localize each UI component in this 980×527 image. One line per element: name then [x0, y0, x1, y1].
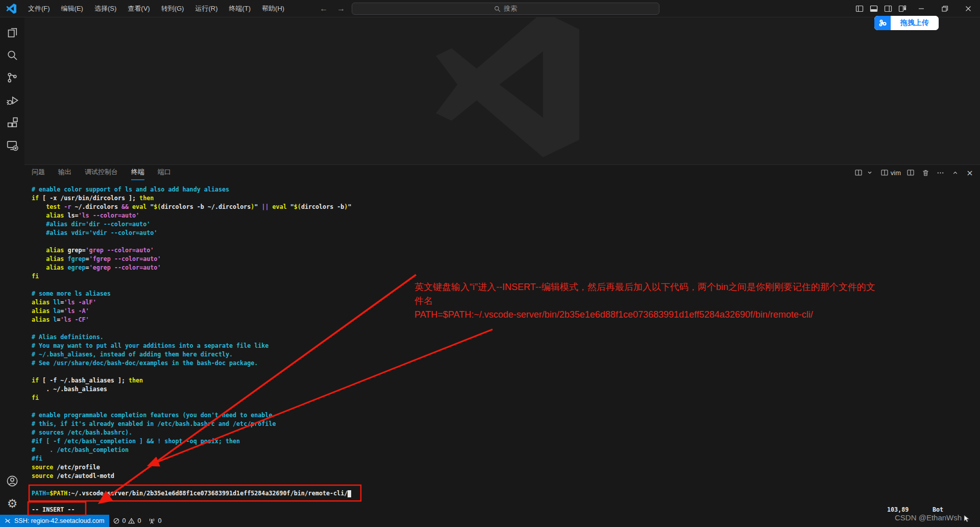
terminal-line: test -r ~/.dircolors && eval "$(dircolor… — [32, 203, 351, 211]
menu-edit[interactable]: 编辑(E) — [56, 2, 89, 16]
forwarded-ports-status[interactable]: 0 — [144, 515, 165, 527]
run-and-debug-icon[interactable] — [0, 89, 24, 111]
terminal-line — [32, 402, 351, 411]
menu-file[interactable]: 文件(F) — [22, 2, 56, 16]
terminal-line: fi — [32, 272, 351, 281]
remote-indicator[interactable]: SSH: region-42.seetacloud.com — [0, 515, 109, 527]
terminal-line: PATH=$PATH:~/.vscode-server/bin/2b35e1e6… — [32, 489, 351, 498]
tab-problems[interactable]: 问题 — [32, 165, 45, 180]
terminal-line: # You may want to put all your additions… — [32, 342, 351, 350]
terminal-line: #if [ -f /etc/bash_completion ] && ! sho… — [32, 437, 351, 446]
remote-label: SSH: region-42.seetacloud.com — [14, 517, 104, 524]
close-window-button[interactable] — [957, 0, 980, 17]
terminal-content[interactable]: # enable color support of ls and also ad… — [32, 185, 351, 498]
remote-explorer-icon[interactable] — [0, 134, 24, 156]
toggle-secondary-sidebar-icon[interactable] — [881, 2, 895, 16]
tab-ports[interactable]: 端口 — [158, 165, 171, 180]
tab-terminal[interactable]: 终端 — [131, 165, 144, 180]
terminal-line: source /etc/profile — [32, 463, 351, 472]
csdn-watermark: CSDN @EthanWsh — [895, 513, 962, 522]
editor-area — [24, 17, 980, 164]
minimize-button[interactable] — [910, 0, 933, 17]
terminal-line — [32, 324, 351, 333]
command-search-input[interactable]: 搜索 — [352, 3, 659, 15]
warning-icon — [128, 517, 135, 524]
search-placeholder: 搜索 — [504, 4, 517, 13]
terminal-line — [32, 237, 351, 246]
explorer-icon[interactable] — [0, 21, 24, 44]
terminal-line: alias la='ls -A' — [32, 307, 351, 316]
search-icon — [494, 6, 501, 12]
terminal-line: # enable programmable completion feature… — [32, 411, 351, 420]
menu-run[interactable]: 运行(R) — [189, 2, 223, 16]
terminal-line: alias ll='ls -alF' — [32, 298, 351, 307]
terminal-line: # Alias definitions. — [32, 333, 351, 342]
annotation-line: 英文键盘输入“i”进入--INSERT--编辑模式，然后再最后加入以下代码，两个… — [414, 280, 980, 294]
search-sidebar-icon[interactable] — [0, 44, 24, 66]
status-bar: SSH: region-42.seetacloud.com 0 0 0 — [0, 515, 980, 527]
vscode-logo-icon — [6, 4, 16, 14]
terminal-line: # enable color support of ls and also ad… — [32, 185, 351, 194]
annotation-line: PATH=$PATH:~/.vscode-server/bin/2b35e1e6… — [414, 308, 980, 322]
terminal-line: source /etc/autodl-motd — [32, 472, 351, 481]
terminal-line: . ~/.bash_aliases — [32, 385, 351, 394]
terminal-profile-chevron-icon[interactable] — [865, 167, 875, 178]
annotation-line: 件名 — [414, 294, 980, 308]
activity-bar: ⚙ — [0, 17, 24, 515]
error-icon — [113, 517, 120, 524]
source-control-icon[interactable] — [0, 66, 24, 89]
vim-cursor-position: 103,89 — [887, 506, 909, 513]
toggle-panel-icon[interactable] — [867, 2, 881, 16]
kill-terminal-trash-icon[interactable] — [920, 167, 930, 178]
terminal-line — [32, 481, 351, 489]
problems-status[interactable]: 0 0 — [109, 515, 144, 527]
terminal-line: alias egrep='egrep --color=auto' — [32, 264, 351, 272]
tab-output[interactable]: 输出 — [58, 165, 71, 180]
terminal-line: alias ls='ls --color=auto' — [32, 211, 351, 220]
customize-layout-icon[interactable] — [895, 2, 910, 16]
panel-tab-bar: 问题 输出 调试控制台 终端 端口 — [32, 165, 171, 180]
close-panel-icon[interactable]: × — [965, 167, 975, 178]
terminal-line: alias fgrep='fgrep --color=auto' — [32, 255, 351, 264]
terminal-line: if [ -x /usr/bin/dircolors ]; then — [32, 194, 351, 203]
menu-go[interactable]: 转到(G) — [156, 2, 190, 16]
terminal-toolbar: vim × — [853, 166, 975, 179]
toggle-primary-sidebar-icon[interactable] — [852, 2, 867, 16]
title-bar: 文件(F) 编辑(E) 选择(S) 查看(V) 转到(G) 运行(R) 终端(T… — [0, 0, 980, 17]
port-count: 0 — [158, 517, 161, 524]
terminal-line — [32, 368, 351, 376]
terminal-name-label: vim — [891, 169, 901, 177]
settings-gear-icon[interactable]: ⚙ — [0, 492, 24, 515]
mouse-cursor — [964, 515, 971, 523]
window-controls — [852, 0, 980, 17]
terminal-line: fi — [32, 394, 351, 402]
extensions-icon[interactable] — [0, 111, 24, 134]
split-terminal-icon[interactable] — [905, 167, 916, 178]
forward-arrow-icon[interactable]: → — [336, 4, 346, 13]
maximize-panel-chevron-icon[interactable] — [950, 167, 960, 178]
new-terminal-icon[interactable] — [853, 167, 864, 178]
terminal-line: alias l='ls -CF' — [32, 316, 351, 324]
terminal-line: #alias dir='dir --color=auto' — [32, 220, 351, 229]
menu-bar: 文件(F) 编辑(E) 选择(S) 查看(V) 转到(G) 运行(R) 终端(T… — [22, 2, 290, 16]
vim-mode-indicator: -- INSERT -- — [32, 506, 75, 513]
menu-view[interactable]: 查看(V) — [122, 2, 155, 16]
back-arrow-icon[interactable]: ← — [318, 4, 329, 13]
drag-upload-badge[interactable]: 拖拽上传 — [874, 16, 939, 30]
netdisk-cloud-icon — [874, 16, 891, 30]
terminal-icon — [879, 167, 890, 178]
terminal-tab-vim[interactable]: vim — [879, 167, 901, 178]
terminal-line — [32, 281, 351, 290]
vscode-window: 文件(F) 编辑(E) 选择(S) 查看(V) 转到(G) 运行(R) 终端(T… — [0, 0, 980, 527]
terminal-line: #fi — [32, 454, 351, 463]
account-icon[interactable] — [0, 470, 24, 492]
warning-count: 0 — [137, 517, 141, 524]
remote-icon — [4, 517, 11, 524]
menu-help[interactable]: 帮助(H) — [256, 2, 290, 16]
menu-selection[interactable]: 选择(S) — [89, 2, 122, 16]
menu-terminal[interactable]: 终端(T) — [223, 2, 256, 16]
restore-button[interactable] — [933, 0, 957, 17]
tab-debug-console[interactable]: 调试控制台 — [85, 165, 118, 180]
more-actions-icon[interactable] — [935, 167, 945, 178]
history-nav: ← → — [318, 4, 346, 13]
